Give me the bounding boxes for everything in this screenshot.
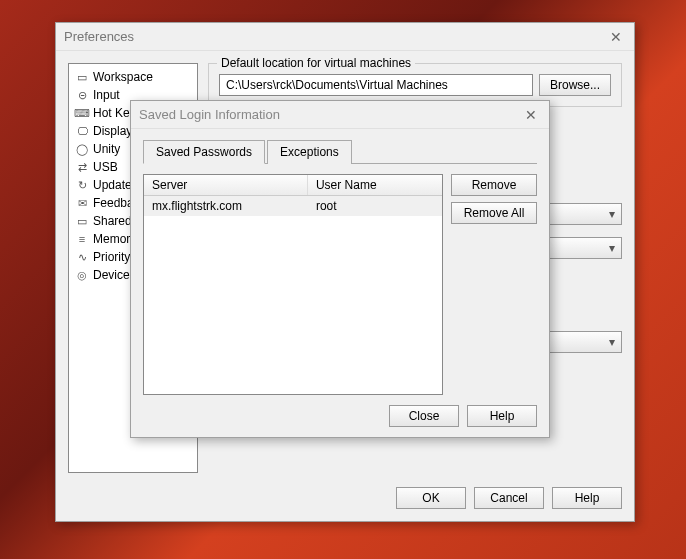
chevron-down-icon: ▾ (609, 241, 615, 255)
workspace-icon: ▭ (75, 70, 89, 84)
cell-server: mx.flightstrk.com (144, 196, 308, 216)
unity-icon: ◯ (75, 142, 89, 156)
preferences-buttons: OK Cancel Help (68, 483, 622, 509)
display-icon: 🖵 (75, 124, 89, 138)
devices-icon: ◎ (75, 268, 89, 282)
tree-label: Unity (93, 142, 120, 156)
dropdown[interactable]: ▾ (542, 331, 622, 353)
chevron-down-icon: ▾ (609, 335, 615, 349)
help-button[interactable]: Help (552, 487, 622, 509)
col-username[interactable]: User Name (308, 175, 442, 195)
vm-location-input[interactable] (219, 74, 533, 96)
memory-icon: ≡ (75, 232, 89, 246)
remove-all-button[interactable]: Remove All (451, 202, 537, 224)
preferences-titlebar: Preferences ✕ (56, 23, 634, 51)
feedback-icon: ✉ (75, 196, 89, 210)
dropdown[interactable]: ▾ (542, 203, 622, 225)
tab-exceptions[interactable]: Exceptions (267, 140, 352, 164)
tab-saved-passwords[interactable]: Saved Passwords (143, 140, 265, 164)
input-icon: ⊝ (75, 88, 89, 102)
saved-login-buttons: Close Help (143, 395, 537, 427)
tab-bar: Saved Passwords Exceptions (143, 139, 537, 164)
tree-label: Priority (93, 250, 130, 264)
table-header: Server User Name (144, 175, 442, 196)
browse-button[interactable]: Browse... (539, 74, 611, 96)
saved-login-window: Saved Login Information ✕ Saved Password… (130, 100, 550, 438)
close-icon[interactable]: ✕ (606, 29, 626, 45)
tree-label: USB (93, 160, 118, 174)
preferences-title: Preferences (64, 29, 134, 44)
shared-icon: ▭ (75, 214, 89, 228)
ok-button[interactable]: OK (396, 487, 466, 509)
col-server[interactable]: Server (144, 175, 308, 195)
cell-user: root (308, 196, 442, 216)
saved-passwords-table: Server User Name mx.flightstrk.com root (143, 174, 443, 395)
priority-icon: ∿ (75, 250, 89, 264)
tree-label: Workspace (93, 70, 153, 84)
updates-icon: ↻ (75, 178, 89, 192)
chevron-down-icon: ▾ (609, 207, 615, 221)
tree-label: Display (93, 124, 132, 138)
tree-item-workspace[interactable]: ▭Workspace (69, 68, 197, 86)
table-row[interactable]: mx.flightstrk.com root (144, 196, 442, 216)
saved-login-title: Saved Login Information (139, 107, 280, 122)
tree-label: Input (93, 88, 120, 102)
dropdown[interactable]: ▾ (542, 237, 622, 259)
cancel-button[interactable]: Cancel (474, 487, 544, 509)
remove-button[interactable]: Remove (451, 174, 537, 196)
close-button[interactable]: Close (389, 405, 459, 427)
saved-login-titlebar: Saved Login Information ✕ (131, 101, 549, 129)
close-icon[interactable]: ✕ (521, 107, 541, 123)
group-title: Default location for virtual machines (217, 56, 415, 70)
keyboard-icon: ⌨ (75, 106, 89, 120)
help-button[interactable]: Help (467, 405, 537, 427)
usb-icon: ⇄ (75, 160, 89, 174)
